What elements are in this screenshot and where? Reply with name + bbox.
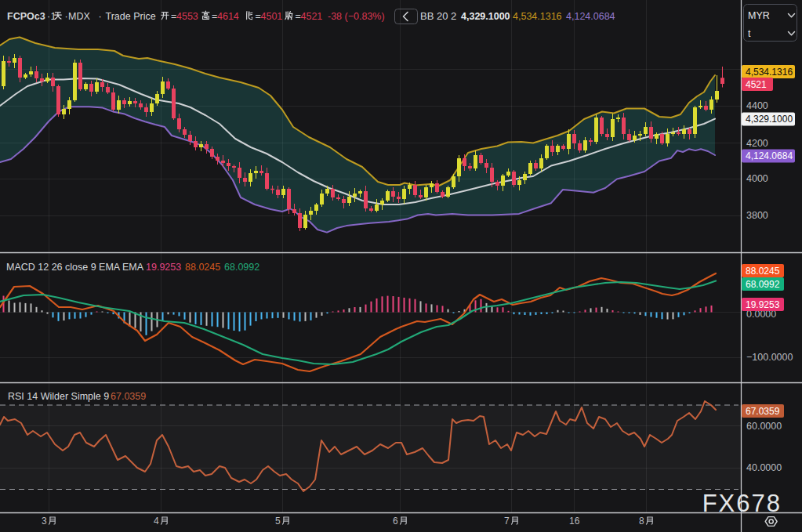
svg-text:4200: 4200 xyxy=(746,138,768,149)
svg-text:MDX: MDX xyxy=(68,11,90,22)
svg-text:4,124.0684: 4,124.0684 xyxy=(566,11,615,22)
svg-text:4,329.1000: 4,329.1000 xyxy=(746,114,793,125)
svg-text:4614: 4614 xyxy=(217,11,239,22)
svg-text:-38 (−0.83%): -38 (−0.83%) xyxy=(328,11,385,22)
svg-text:·: · xyxy=(99,11,102,22)
svg-text:7: 7 xyxy=(504,516,510,527)
svg-text:4,534.1316: 4,534.1316 xyxy=(746,67,793,78)
svg-text:−100.0000: −100.0000 xyxy=(746,352,793,363)
svg-text:4,329.1000: 4,329.1000 xyxy=(461,11,510,22)
svg-text:4000: 4000 xyxy=(746,173,768,184)
svg-text:3800: 3800 xyxy=(746,210,768,221)
svg-text:BB 20 2: BB 20 2 xyxy=(420,10,456,22)
svg-text:67.0359: 67.0359 xyxy=(746,406,780,417)
svg-text:4553: 4553 xyxy=(176,11,198,22)
svg-text:60.0000: 60.0000 xyxy=(746,421,782,432)
svg-text:t: t xyxy=(748,28,751,39)
svg-text:6: 6 xyxy=(393,516,398,527)
svg-text:19.9253: 19.9253 xyxy=(746,299,780,310)
svg-text:40.0000: 40.0000 xyxy=(746,462,782,473)
svg-text:4521: 4521 xyxy=(301,11,323,22)
svg-text:RSI 14 Wilder Simple 9: RSI 14 Wilder Simple 9 xyxy=(8,391,109,402)
svg-text:4,124.0684: 4,124.0684 xyxy=(746,150,793,161)
svg-text:4400: 4400 xyxy=(746,100,768,111)
svg-text:16: 16 xyxy=(569,516,580,527)
svg-text:MACD 12 26 close 9 EMA EMA: MACD 12 26 close 9 EMA EMA xyxy=(6,262,144,273)
svg-text:67.0359: 67.0359 xyxy=(111,391,146,402)
svg-text:88.0245: 88.0245 xyxy=(185,262,220,273)
svg-text:3: 3 xyxy=(42,516,47,527)
svg-text:4501: 4501 xyxy=(261,11,283,22)
svg-text:Trade Price: Trade Price xyxy=(106,11,156,22)
svg-text:19.9253: 19.9253 xyxy=(146,262,181,273)
svg-text:8: 8 xyxy=(639,516,644,527)
svg-text:68.0992: 68.0992 xyxy=(224,262,259,273)
svg-text:68.0992: 68.0992 xyxy=(746,279,780,290)
svg-text:88.0245: 88.0245 xyxy=(746,266,780,277)
svg-text:MYR: MYR xyxy=(748,10,770,21)
svg-text:4521: 4521 xyxy=(746,79,767,90)
svg-text:FCPOc3: FCPOc3 xyxy=(7,11,45,22)
svg-text:FX678: FX678 xyxy=(702,490,782,517)
svg-text:4,534.1316: 4,534.1316 xyxy=(513,11,562,22)
svg-text:5: 5 xyxy=(275,516,281,527)
svg-text:4: 4 xyxy=(154,516,159,527)
